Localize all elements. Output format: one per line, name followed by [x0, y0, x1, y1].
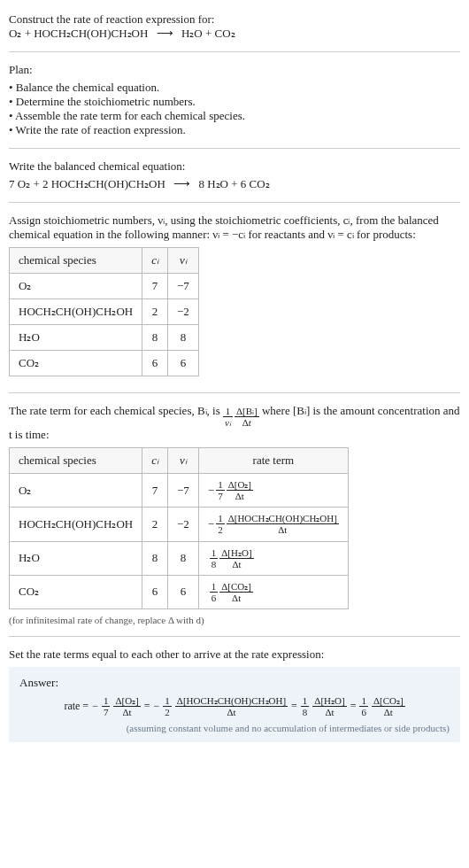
cell-species: H₂O: [10, 541, 142, 575]
final-title: Set the rate terms equal to each other t…: [9, 647, 460, 662]
rateterm-generic: 1 νᵢ Δ[Bᵢ] Δt: [223, 406, 259, 428]
answer-note: (assuming constant volume and no accumul…: [19, 723, 450, 733]
plan-item: Determine the stoichiometric numbers.: [9, 95, 460, 109]
cell-vi: −7: [167, 274, 198, 299]
col-vi: νᵢ: [167, 448, 198, 474]
divider: [9, 51, 460, 52]
cell-ci: 6: [142, 575, 168, 608]
table-row: CO₂ 6 6: [10, 351, 199, 376]
cell-species: H₂O: [10, 325, 142, 351]
balanced-equation: 7 O₂ + 2 HOCH₂CH(OH)CH₂OH ⟶ 8 H₂O + 6 CO…: [9, 177, 460, 191]
plan-list: Balance the chemical equation. Determine…: [9, 81, 460, 137]
unbalanced-equation: O₂ + HOCH₂CH(OH)CH₂OH ⟶ H₂O + CO₂: [9, 27, 460, 41]
reaction-arrow-icon: ⟶: [168, 177, 196, 190]
divider: [9, 202, 460, 203]
rateterm-table: chemical species cᵢ νᵢ rate term O₂ 7 −7…: [9, 447, 349, 609]
rate-expression: rate = − 17 Δ[O₂]Δt = − 12 Δ[HOCH₂CH(OH)…: [19, 695, 450, 717]
cell-ci: 8: [142, 325, 168, 351]
col-vi: νᵢ: [167, 248, 198, 274]
cell-ci: 7: [142, 274, 168, 299]
cell-vi: 8: [167, 325, 198, 351]
table-row: O₂ 7 −7: [10, 274, 199, 299]
reaction-arrow-icon: ⟶: [151, 27, 179, 40]
cell-ci: 2: [142, 299, 168, 325]
cell-species: O₂: [10, 474, 142, 508]
balanced-rhs: 8 H₂O + 6 CO₂: [198, 177, 269, 190]
divider: [9, 392, 460, 393]
plan-item: Assemble the rate term for each chemical…: [9, 109, 460, 123]
answer-label: Answer:: [19, 676, 450, 690]
stoich-table: chemical species cᵢ νᵢ O₂ 7 −7 HOCH₂CH(O…: [9, 247, 199, 376]
cell-species: CO₂: [10, 575, 142, 608]
cell-species: O₂: [10, 274, 142, 299]
plan-title: Plan:: [9, 63, 460, 77]
assign-text: Assign stoichiometric numbers, νᵢ, using…: [9, 213, 460, 242]
rateterm-text-a: The rate term for each chemical species,…: [9, 404, 220, 417]
delta-frac: Δ[Bᵢ] Δt: [234, 406, 259, 428]
table-row: H₂O 8 8: [10, 325, 199, 351]
cell-rate: 18 Δ[H₂O]Δt: [198, 541, 348, 575]
table-header-row: chemical species cᵢ νᵢ rate term: [10, 448, 349, 474]
cell-vi: 6: [167, 575, 198, 608]
col-species: chemical species: [10, 448, 142, 474]
cell-vi: −2: [167, 299, 198, 325]
assign-section: Assign stoichiometric numbers, νᵢ, using…: [9, 208, 460, 387]
col-ci: cᵢ: [142, 448, 168, 474]
balanced-section: Write the balanced chemical equation: 7 …: [9, 154, 460, 197]
divider: [9, 636, 460, 637]
cell-vi: −2: [167, 508, 198, 541]
plan-section: Plan: Balance the chemical equation. Det…: [9, 58, 460, 143]
col-species: chemical species: [10, 248, 142, 274]
col-ci: cᵢ: [142, 248, 168, 274]
table-row: HOCH₂CH(OH)CH₂OH 2 −2: [10, 299, 199, 325]
plan-item: Balance the chemical equation.: [9, 81, 460, 95]
cell-rate: 16 Δ[CO₂]Δt: [198, 575, 348, 608]
cell-ci: 8: [142, 541, 168, 575]
table-row: O₂ 7 −7 − 17 Δ[O₂]Δt: [10, 474, 349, 508]
table-row: HOCH₂CH(OH)CH₂OH 2 −2 − 12 Δ[HOCH₂CH(OH)…: [10, 508, 349, 541]
table-header-row: chemical species cᵢ νᵢ: [10, 248, 199, 274]
balanced-title: Write the balanced chemical equation:: [9, 159, 460, 174]
cell-species: CO₂: [10, 351, 142, 376]
cell-species: HOCH₂CH(OH)CH₂OH: [10, 508, 142, 541]
cell-rate: − 17 Δ[O₂]Δt: [198, 474, 348, 508]
table-row: H₂O 8 8 18 Δ[H₂O]Δt: [10, 541, 349, 575]
plan-item: Write the rate of reaction expression.: [9, 123, 460, 137]
answer-box: Answer: rate = − 17 Δ[O₂]Δt = − 12 Δ[HOC…: [9, 667, 460, 742]
eq-lhs: O₂ + HOCH₂CH(OH)CH₂OH: [9, 27, 148, 40]
cell-ci: 7: [142, 474, 168, 508]
col-rate: rate term: [198, 448, 348, 474]
rateterm-text: The rate term for each chemical species,…: [9, 404, 460, 442]
rateterm-section: The rate term for each chemical species,…: [9, 399, 460, 631]
cell-rate: − 12 Δ[HOCH₂CH(OH)CH₂OH]Δt: [198, 508, 348, 541]
table-row: CO₂ 6 6 16 Δ[CO₂]Δt: [10, 575, 349, 608]
cell-species: HOCH₂CH(OH)CH₂OH: [10, 299, 142, 325]
cell-vi: 6: [167, 351, 198, 376]
rateterm-note: (for infinitesimal rate of change, repla…: [9, 615, 460, 625]
coef-frac: 1 νᵢ: [223, 406, 233, 428]
final-section: Set the rate terms equal to each other t…: [9, 642, 460, 748]
prompt-text: Construct the rate of reaction expressio…: [9, 12, 460, 27]
rate-label: rate =: [64, 700, 88, 713]
eq-rhs: H₂O + CO₂: [181, 27, 235, 40]
cell-ci: 6: [142, 351, 168, 376]
cell-vi: 8: [167, 541, 198, 575]
balanced-lhs: 7 O₂ + 2 HOCH₂CH(OH)CH₂OH: [9, 177, 165, 190]
cell-ci: 2: [142, 508, 168, 541]
divider: [9, 148, 460, 149]
cell-vi: −7: [167, 474, 198, 508]
prompt-section: Construct the rate of reaction expressio…: [9, 7, 460, 46]
